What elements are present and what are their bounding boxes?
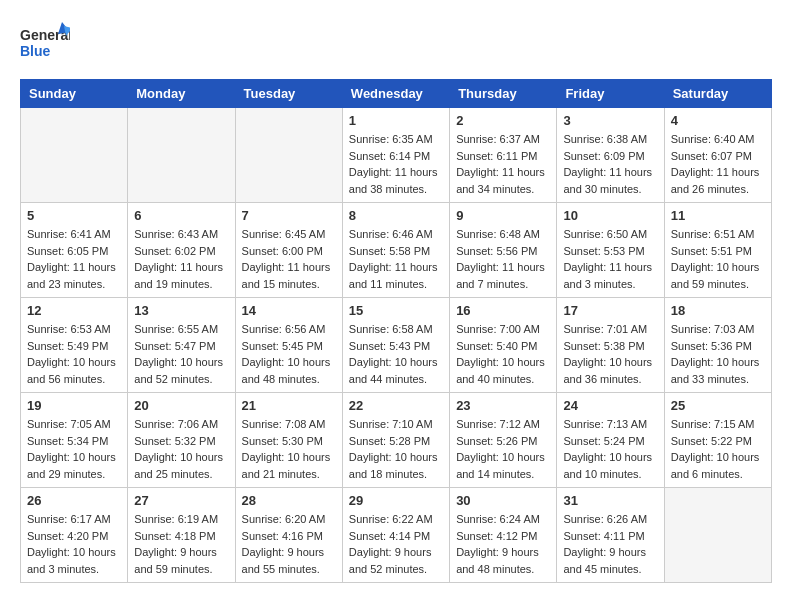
day-number: 12: [27, 303, 121, 318]
weekday-header-friday: Friday: [557, 80, 664, 108]
weekday-header-sunday: Sunday: [21, 80, 128, 108]
day-number: 17: [563, 303, 657, 318]
day-info: Sunrise: 7:06 AM Sunset: 5:32 PM Dayligh…: [134, 416, 228, 482]
day-number: 31: [563, 493, 657, 508]
day-number: 10: [563, 208, 657, 223]
calendar-cell: 15Sunrise: 6:58 AM Sunset: 5:43 PM Dayli…: [342, 298, 449, 393]
day-number: 11: [671, 208, 765, 223]
calendar-body: 1Sunrise: 6:35 AM Sunset: 6:14 PM Daylig…: [21, 108, 772, 583]
calendar-cell: 31Sunrise: 6:26 AM Sunset: 4:11 PM Dayli…: [557, 488, 664, 583]
calendar-header: SundayMondayTuesdayWednesdayThursdayFrid…: [21, 80, 772, 108]
day-info: Sunrise: 7:15 AM Sunset: 5:22 PM Dayligh…: [671, 416, 765, 482]
day-info: Sunrise: 6:56 AM Sunset: 5:45 PM Dayligh…: [242, 321, 336, 387]
weekday-header-wednesday: Wednesday: [342, 80, 449, 108]
calendar-cell: 10Sunrise: 6:50 AM Sunset: 5:53 PM Dayli…: [557, 203, 664, 298]
calendar-cell: 2Sunrise: 6:37 AM Sunset: 6:11 PM Daylig…: [450, 108, 557, 203]
calendar-cell: 26Sunrise: 6:17 AM Sunset: 4:20 PM Dayli…: [21, 488, 128, 583]
week-row-2: 5Sunrise: 6:41 AM Sunset: 6:05 PM Daylig…: [21, 203, 772, 298]
logo-graphic: General Blue: [20, 20, 70, 69]
day-info: Sunrise: 6:50 AM Sunset: 5:53 PM Dayligh…: [563, 226, 657, 292]
day-number: 29: [349, 493, 443, 508]
weekday-header-tuesday: Tuesday: [235, 80, 342, 108]
day-info: Sunrise: 6:17 AM Sunset: 4:20 PM Dayligh…: [27, 511, 121, 577]
day-info: Sunrise: 6:19 AM Sunset: 4:18 PM Dayligh…: [134, 511, 228, 577]
day-number: 1: [349, 113, 443, 128]
calendar-cell: 12Sunrise: 6:53 AM Sunset: 5:49 PM Dayli…: [21, 298, 128, 393]
calendar-cell: 23Sunrise: 7:12 AM Sunset: 5:26 PM Dayli…: [450, 393, 557, 488]
day-info: Sunrise: 6:24 AM Sunset: 4:12 PM Dayligh…: [456, 511, 550, 577]
day-info: Sunrise: 6:46 AM Sunset: 5:58 PM Dayligh…: [349, 226, 443, 292]
day-info: Sunrise: 6:20 AM Sunset: 4:16 PM Dayligh…: [242, 511, 336, 577]
calendar-cell: 16Sunrise: 7:00 AM Sunset: 5:40 PM Dayli…: [450, 298, 557, 393]
calendar-cell: [128, 108, 235, 203]
calendar-cell: 11Sunrise: 6:51 AM Sunset: 5:51 PM Dayli…: [664, 203, 771, 298]
day-info: Sunrise: 6:26 AM Sunset: 4:11 PM Dayligh…: [563, 511, 657, 577]
day-number: 4: [671, 113, 765, 128]
day-number: 23: [456, 398, 550, 413]
day-number: 13: [134, 303, 228, 318]
day-info: Sunrise: 7:05 AM Sunset: 5:34 PM Dayligh…: [27, 416, 121, 482]
calendar-cell: 22Sunrise: 7:10 AM Sunset: 5:28 PM Dayli…: [342, 393, 449, 488]
day-info: Sunrise: 6:45 AM Sunset: 6:00 PM Dayligh…: [242, 226, 336, 292]
week-row-1: 1Sunrise: 6:35 AM Sunset: 6:14 PM Daylig…: [21, 108, 772, 203]
calendar-cell: 21Sunrise: 7:08 AM Sunset: 5:30 PM Dayli…: [235, 393, 342, 488]
day-number: 25: [671, 398, 765, 413]
weekday-header-row: SundayMondayTuesdayWednesdayThursdayFrid…: [21, 80, 772, 108]
calendar-cell: 20Sunrise: 7:06 AM Sunset: 5:32 PM Dayli…: [128, 393, 235, 488]
day-number: 30: [456, 493, 550, 508]
day-number: 8: [349, 208, 443, 223]
week-row-3: 12Sunrise: 6:53 AM Sunset: 5:49 PM Dayli…: [21, 298, 772, 393]
day-info: Sunrise: 6:51 AM Sunset: 5:51 PM Dayligh…: [671, 226, 765, 292]
day-number: 7: [242, 208, 336, 223]
day-info: Sunrise: 7:00 AM Sunset: 5:40 PM Dayligh…: [456, 321, 550, 387]
day-info: Sunrise: 6:22 AM Sunset: 4:14 PM Dayligh…: [349, 511, 443, 577]
day-number: 3: [563, 113, 657, 128]
day-number: 28: [242, 493, 336, 508]
week-row-5: 26Sunrise: 6:17 AM Sunset: 4:20 PM Dayli…: [21, 488, 772, 583]
day-info: Sunrise: 6:58 AM Sunset: 5:43 PM Dayligh…: [349, 321, 443, 387]
calendar-cell: [21, 108, 128, 203]
day-number: 2: [456, 113, 550, 128]
day-info: Sunrise: 7:08 AM Sunset: 5:30 PM Dayligh…: [242, 416, 336, 482]
calendar-cell: 3Sunrise: 6:38 AM Sunset: 6:09 PM Daylig…: [557, 108, 664, 203]
calendar-cell: 13Sunrise: 6:55 AM Sunset: 5:47 PM Dayli…: [128, 298, 235, 393]
day-info: Sunrise: 7:01 AM Sunset: 5:38 PM Dayligh…: [563, 321, 657, 387]
day-number: 5: [27, 208, 121, 223]
svg-text:Blue: Blue: [20, 43, 51, 59]
day-number: 18: [671, 303, 765, 318]
day-number: 24: [563, 398, 657, 413]
day-number: 27: [134, 493, 228, 508]
day-info: Sunrise: 6:43 AM Sunset: 6:02 PM Dayligh…: [134, 226, 228, 292]
calendar-cell: 24Sunrise: 7:13 AM Sunset: 5:24 PM Dayli…: [557, 393, 664, 488]
calendar-cell: 7Sunrise: 6:45 AM Sunset: 6:00 PM Daylig…: [235, 203, 342, 298]
day-number: 21: [242, 398, 336, 413]
day-info: Sunrise: 7:13 AM Sunset: 5:24 PM Dayligh…: [563, 416, 657, 482]
calendar-cell: 14Sunrise: 6:56 AM Sunset: 5:45 PM Dayli…: [235, 298, 342, 393]
calendar-cell: 19Sunrise: 7:05 AM Sunset: 5:34 PM Dayli…: [21, 393, 128, 488]
day-number: 6: [134, 208, 228, 223]
calendar-cell: 8Sunrise: 6:46 AM Sunset: 5:58 PM Daylig…: [342, 203, 449, 298]
day-number: 19: [27, 398, 121, 413]
calendar-cell: [664, 488, 771, 583]
calendar-table: SundayMondayTuesdayWednesdayThursdayFrid…: [20, 79, 772, 583]
week-row-4: 19Sunrise: 7:05 AM Sunset: 5:34 PM Dayli…: [21, 393, 772, 488]
calendar-cell: 25Sunrise: 7:15 AM Sunset: 5:22 PM Dayli…: [664, 393, 771, 488]
day-number: 22: [349, 398, 443, 413]
page-header: General Blue: [20, 20, 772, 69]
day-info: Sunrise: 6:37 AM Sunset: 6:11 PM Dayligh…: [456, 131, 550, 197]
day-number: 15: [349, 303, 443, 318]
day-number: 26: [27, 493, 121, 508]
day-number: 16: [456, 303, 550, 318]
day-info: Sunrise: 6:41 AM Sunset: 6:05 PM Dayligh…: [27, 226, 121, 292]
day-info: Sunrise: 6:53 AM Sunset: 5:49 PM Dayligh…: [27, 321, 121, 387]
calendar-cell: 29Sunrise: 6:22 AM Sunset: 4:14 PM Dayli…: [342, 488, 449, 583]
calendar-cell: 17Sunrise: 7:01 AM Sunset: 5:38 PM Dayli…: [557, 298, 664, 393]
weekday-header-monday: Monday: [128, 80, 235, 108]
day-number: 20: [134, 398, 228, 413]
calendar-cell: 28Sunrise: 6:20 AM Sunset: 4:16 PM Dayli…: [235, 488, 342, 583]
day-info: Sunrise: 7:03 AM Sunset: 5:36 PM Dayligh…: [671, 321, 765, 387]
calendar-cell: 30Sunrise: 6:24 AM Sunset: 4:12 PM Dayli…: [450, 488, 557, 583]
day-number: 14: [242, 303, 336, 318]
weekday-header-saturday: Saturday: [664, 80, 771, 108]
calendar-cell: 18Sunrise: 7:03 AM Sunset: 5:36 PM Dayli…: [664, 298, 771, 393]
